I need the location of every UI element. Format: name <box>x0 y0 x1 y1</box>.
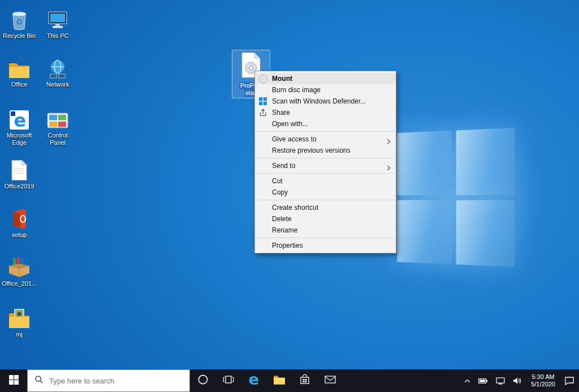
store-bag-icon <box>299 374 310 387</box>
mail-envelope-icon <box>325 375 336 386</box>
desktop-icon-setup[interactable]: setup <box>1 205 37 239</box>
file-explorer-button[interactable] <box>266 369 292 392</box>
taskbar: e <box>0 369 579 392</box>
search-input[interactable] <box>48 376 175 386</box>
edge-icon: e <box>247 372 261 390</box>
mail-button[interactable] <box>317 369 343 392</box>
battery-icon[interactable] <box>477 378 489 384</box>
system-tray: 5:30 AM 5/1/2020 <box>463 369 579 392</box>
menu-item-label: Burn disc image <box>272 86 321 94</box>
menu-item-cut[interactable]: Cut <box>255 175 396 187</box>
menu-separator <box>256 173 395 174</box>
svg-text:e: e <box>14 110 26 130</box>
desktop-icon-mj[interactable]: mj <box>1 304 37 338</box>
desktop: ♻ Recycle Bin This PC Office <box>0 0 579 392</box>
menu-item-delete[interactable]: Delete <box>255 213 396 225</box>
menu-item-scan-with-defender[interactable]: Scan with Windows Defender... <box>255 96 396 107</box>
icon-label: Office_201... <box>2 280 37 287</box>
task-view-button[interactable] <box>215 369 241 392</box>
menu-separator <box>256 238 395 238</box>
menu-item-restore-previous-versions[interactable]: Restore previous versions <box>255 145 396 156</box>
menu-item-label: Delete <box>272 215 292 223</box>
menu-item-send-to[interactable]: Send to <box>255 160 396 171</box>
windows-logo-pane <box>397 200 451 264</box>
menu-item-label: Copy <box>272 188 288 196</box>
windows-start-icon <box>9 375 19 387</box>
desktop-icon-this-pc[interactable]: This PC <box>40 6 76 40</box>
menu-item-label: Give access to <box>272 135 317 143</box>
menu-item-label: Create shortcut <box>272 204 318 212</box>
desktop-icon-microsoft-edge[interactable]: e Microsoft Edge <box>1 105 37 147</box>
menu-item-copy[interactable]: Copy <box>255 187 396 198</box>
menu-item-label: Open with... <box>272 120 308 128</box>
menu-item-label: Restore previous versions <box>272 147 351 154</box>
cortana-circle-icon <box>197 374 209 387</box>
microsoft-store-button[interactable] <box>292 369 317 392</box>
menu-item-label: Mount <box>272 75 292 83</box>
folder-photo-icon <box>8 304 31 329</box>
desktop-icon-office-201[interactable]: Office_201... <box>1 253 37 287</box>
windows-logo-pane <box>397 131 451 195</box>
icon-label: mj <box>16 331 23 338</box>
windows-logo-wallpaper <box>397 128 515 267</box>
menu-item-create-shortcut[interactable]: Create shortcut <box>255 202 396 213</box>
disc-icon <box>259 75 267 83</box>
icon-label: Recycle Bin <box>3 32 36 40</box>
volume-icon[interactable] <box>512 377 523 385</box>
cortana-button[interactable] <box>190 369 215 392</box>
taskbar-search[interactable] <box>27 369 190 392</box>
clock-time: 5:30 AM <box>531 373 555 381</box>
menu-item-label: Scan with Windows Defender... <box>272 97 366 105</box>
clock-date: 5/1/2020 <box>531 381 555 388</box>
icon-label: Network <box>46 81 69 88</box>
desktop-icon-network[interactable]: Network <box>40 54 76 88</box>
action-center-icon[interactable] <box>563 376 576 385</box>
svg-text:♻: ♻ <box>16 18 23 27</box>
menu-item-label: Rename <box>272 226 297 234</box>
task-view-icon <box>223 375 234 386</box>
network-globe-icon <box>47 54 68 79</box>
icon-label: Office2019 <box>4 183 34 190</box>
svg-text:e: e <box>248 372 258 387</box>
windows-logo-pane <box>456 128 515 195</box>
windows-defender-icon <box>259 97 267 106</box>
document-icon <box>11 156 28 181</box>
control-panel-icon <box>46 105 69 130</box>
menu-item-share[interactable]: Share <box>255 107 396 118</box>
windows-logo-pane <box>456 200 515 267</box>
menu-separator <box>256 131 395 132</box>
recycle-bin-icon: ♻ <box>10 6 28 31</box>
this-pc-icon <box>46 6 69 31</box>
share-icon <box>259 109 267 117</box>
menu-item-burn-disc-image[interactable]: Burn disc image <box>255 84 396 96</box>
edge-taskbar-button[interactable]: e <box>241 369 266 392</box>
menu-item-label: Send to <box>272 162 295 170</box>
menu-separator <box>256 158 395 158</box>
desktop-icon-office2019[interactable]: Office2019 <box>1 156 37 190</box>
folder-icon <box>273 374 286 387</box>
open-box-icon <box>8 253 31 278</box>
menu-item-rename[interactable]: Rename <box>255 225 396 236</box>
desktop-icon-control-panel[interactable]: Control Panel <box>40 105 76 147</box>
icon-label: Control Panel <box>40 132 76 147</box>
menu-separator <box>256 200 395 200</box>
menu-item-open-with[interactable]: Open with... <box>255 118 396 130</box>
menu-item-label: Share <box>272 109 290 117</box>
icon-label: Microsoft Edge <box>1 132 37 147</box>
menu-item-label: Cut <box>272 177 283 185</box>
menu-item-mount[interactable]: Mount <box>255 73 396 84</box>
desktop-icon-recycle-bin[interactable]: ♻ Recycle Bin <box>1 6 37 40</box>
menu-item-properties[interactable]: Properties <box>255 240 396 251</box>
menu-item-give-access-to[interactable]: Give access to <box>255 133 396 145</box>
hidden-icons-chevron-icon[interactable] <box>463 379 472 383</box>
icon-label: Office <box>11 81 28 88</box>
taskbar-clock[interactable]: 5:30 AM 5/1/2020 <box>529 373 558 388</box>
start-button[interactable] <box>0 369 27 392</box>
folder-icon <box>8 54 31 79</box>
context-menu: Mount Burn disc image Scan with Windows … <box>254 71 396 253</box>
icon-label: setup <box>12 231 27 239</box>
edge-logo-icon: e <box>9 105 29 130</box>
network-icon[interactable] <box>495 377 506 385</box>
desktop-icon-office-folder[interactable]: Office <box>1 54 37 88</box>
chevron-right-icon <box>387 163 391 174</box>
